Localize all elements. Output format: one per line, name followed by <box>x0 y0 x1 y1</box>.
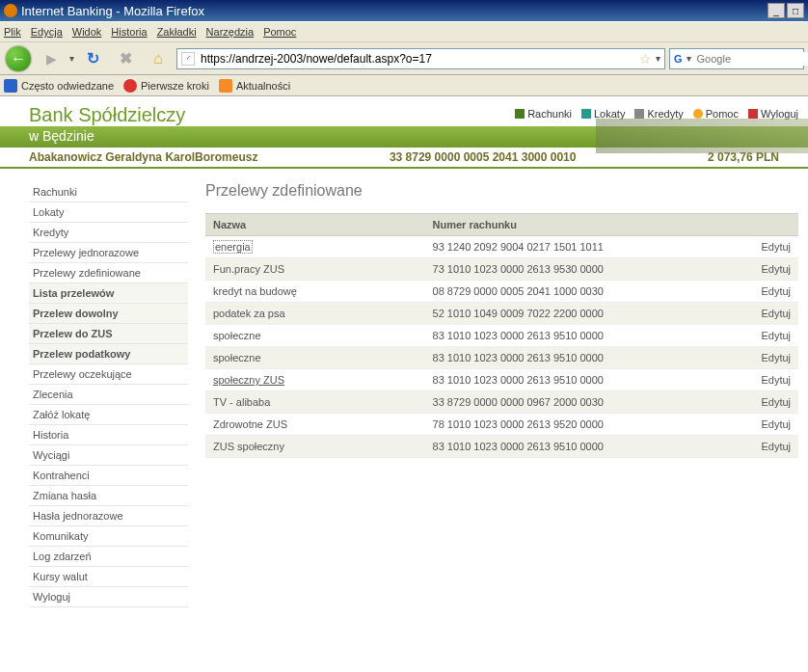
page-content: Bank Spółdzielczy RachunkiLokatyKredytyP… <box>0 96 808 607</box>
home-button[interactable]: ⌂ <box>144 45 173 72</box>
bookmark-toolbar: Często odwiedzane Pierwsze kroki Aktualn… <box>0 75 808 96</box>
edit-link[interactable]: Edytuj <box>727 369 798 391</box>
sidebar-item[interactable]: Kursy walut <box>29 567 188 587</box>
row-account: 08 8729 0000 0005 2041 1000 0030 <box>425 281 728 303</box>
sidebar-item[interactable]: Historia <box>29 425 188 445</box>
edit-link[interactable]: Edytuj <box>727 281 798 303</box>
col-edit <box>727 214 798 236</box>
edit-link[interactable]: Edytuj <box>727 325 798 347</box>
firefox-icon <box>4 4 17 17</box>
maximize-button[interactable]: □ <box>787 3 804 18</box>
reload-icon: ↻ <box>87 49 99 67</box>
sidebar-item[interactable]: Przelewy jednorazowe <box>29 243 188 263</box>
sidebar-item[interactable]: Przelew dowolny <box>29 304 188 324</box>
forward-button[interactable]: ▶ <box>37 45 66 72</box>
teal-square-icon <box>581 109 591 119</box>
url-bar[interactable]: ◜ ☆ ▾ <box>176 48 665 69</box>
menu-view[interactable]: Widok <box>72 26 102 38</box>
bookmark-star-icon[interactable]: ☆ <box>639 51 652 67</box>
sidebar-item[interactable]: Zlecenia <box>29 385 188 405</box>
sidebar-item[interactable]: Rachunki <box>29 182 188 202</box>
bookmark-frequent[interactable]: Często odwiedzane <box>4 79 114 93</box>
edit-link[interactable]: Edytuj <box>727 414 798 436</box>
row-name[interactable]: Zdrowotne ZUS <box>205 414 425 436</box>
bank-branch-bar: w Będzinie <box>0 126 808 148</box>
browser-menubar: Plik Edycja Widok Historia Zakładki Narz… <box>0 21 808 42</box>
sidebar-item[interactable]: Hasła jednorazowe <box>29 506 188 526</box>
search-input[interactable] <box>695 52 808 66</box>
table-row: TV - alibaba33 8729 0000 0000 0967 2000 … <box>205 391 798 414</box>
bookmark-label: Pierwsze kroki <box>141 80 209 92</box>
account-owner: Abakanowicz Geraldyna KarolBoromeusz <box>29 150 257 164</box>
sidebar-menu: RachunkiLokatyKredytyPrzelewy jednorazow… <box>29 182 188 607</box>
row-account: 83 1010 1023 0000 2613 9510 0000 <box>425 347 728 369</box>
main-panel: Przelewy zdefiniowane Nazwa Numer rachun… <box>205 182 798 607</box>
minimize-button[interactable]: _ <box>768 3 785 18</box>
browser-toolbar: ← ▶ ▾ ↻ ✖ ⌂ ◜ ☆ ▾ G ▾ <box>0 42 808 75</box>
stop-button[interactable]: ✖ <box>111 45 140 72</box>
edit-link[interactable]: Edytuj <box>727 258 798 281</box>
sidebar-item[interactable]: Załóż lokatę <box>29 405 188 425</box>
url-dropdown-icon[interactable]: ▾ <box>656 53 660 64</box>
row-name[interactable]: ZUS społeczny <box>205 436 425 458</box>
bookmark-news[interactable]: Aktualności <box>219 79 290 93</box>
sidebar-item[interactable]: Wyloguj <box>29 587 188 607</box>
sidebar-item[interactable]: Lokaty <box>29 202 188 223</box>
row-account: 52 1010 1049 0009 7022 2200 0000 <box>425 303 728 325</box>
green-square-icon <box>515 109 525 119</box>
sidebar-item[interactable]: Komunikaty <box>29 526 188 547</box>
topnav-rachunki[interactable]: Rachunki <box>515 108 572 120</box>
row-name[interactable]: Fun.pracy ZUS <box>205 258 425 281</box>
back-arrow-icon: ← <box>6 46 31 71</box>
edit-link[interactable]: Edytuj <box>727 391 798 414</box>
history-dropdown-icon[interactable]: ▾ <box>69 53 74 64</box>
rss-icon <box>219 79 232 93</box>
row-account: 93 1240 2092 9004 0217 1501 1011 <box>425 236 728 258</box>
table-row: społeczne83 1010 1023 0000 2613 9510 000… <box>205 347 798 369</box>
row-name[interactable]: TV - alibaba <box>205 391 425 414</box>
sidebar-item[interactable]: Log zdarzeń <box>29 547 188 567</box>
edit-link[interactable]: Edytuj <box>727 236 798 258</box>
row-account: 83 1010 1023 0000 2613 9510 0000 <box>425 436 728 458</box>
row-name[interactable]: energia <box>205 236 425 258</box>
topnav-label: Rachunki <box>527 108 572 120</box>
window-title: Internet Banking - Mozilla Firefox <box>21 4 204 18</box>
reload-button[interactable]: ↻ <box>78 45 107 72</box>
row-name[interactable]: podatek za psa <box>205 303 425 325</box>
page-favicon-icon: ◜ <box>181 52 195 66</box>
col-account: Numer rachunku <box>425 214 728 236</box>
bookmark-first-steps[interactable]: Pierwsze kroki <box>123 79 209 93</box>
table-row: kredyt na budowę08 8729 0000 0005 2041 1… <box>205 281 798 303</box>
table-row: społeczny ZUS83 1010 1023 0000 2613 9510… <box>205 369 798 391</box>
menu-history[interactable]: Historia <box>111 26 147 38</box>
edit-link[interactable]: Edytuj <box>727 347 798 369</box>
row-account: 83 1010 1023 0000 2613 9510 0000 <box>425 325 728 347</box>
sidebar-item[interactable]: Przelewy zdefiniowane <box>29 263 188 283</box>
sidebar-item[interactable]: Przelewy oczekujące <box>29 364 188 385</box>
search-engine-dropdown-icon[interactable]: ▾ <box>687 53 691 64</box>
menu-help[interactable]: Pomoc <box>263 26 296 38</box>
row-name[interactable]: społeczny ZUS <box>205 369 425 391</box>
search-bar[interactable]: G ▾ <box>669 48 804 69</box>
menu-tools[interactable]: Narzędzia <box>206 26 255 38</box>
row-name[interactable]: społeczne <box>205 347 425 369</box>
bookmark-label: Aktualności <box>236 80 290 92</box>
sidebar-item[interactable]: Kredyty <box>29 223 188 243</box>
menu-file[interactable]: Plik <box>4 26 21 38</box>
menu-bookmarks[interactable]: Zakładki <box>157 26 197 38</box>
edit-link[interactable]: Edytuj <box>727 303 798 325</box>
sidebar-item[interactable]: Kontrahenci <box>29 466 188 486</box>
sidebar-item[interactable]: Lista przelewów <box>29 283 188 304</box>
sidebar-item[interactable]: Przelew podatkowy <box>29 344 188 364</box>
row-name[interactable]: społeczne <box>205 325 425 347</box>
sidebar-item[interactable]: Wyciągi <box>29 445 188 466</box>
sidebar-item[interactable]: Przelew do ZUS <box>29 324 188 344</box>
row-name[interactable]: kredyt na budowę <box>205 281 425 303</box>
sidebar-item[interactable]: Zmiana hasła <box>29 486 188 506</box>
col-name: Nazwa <box>205 214 425 236</box>
menu-edit[interactable]: Edycja <box>31 26 63 38</box>
edit-link[interactable]: Edytuj <box>727 436 798 458</box>
url-input[interactable] <box>199 51 635 67</box>
back-button[interactable]: ← <box>4 45 33 72</box>
table-row: społeczne83 1010 1023 0000 2613 9510 000… <box>205 325 798 347</box>
